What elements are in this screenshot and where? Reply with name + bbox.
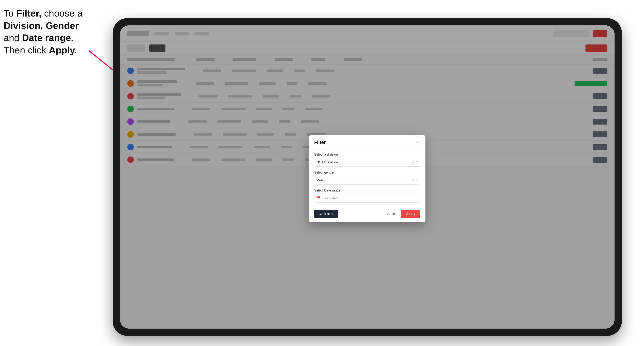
division-value: NCAA Division I — [316, 160, 412, 164]
select-controls: × ▲ ▼ — [412, 160, 418, 165]
modal-title: Filter — [314, 140, 326, 145]
date-form-group: Select Date range 📅 Pick a date — [314, 189, 420, 203]
tablet-screen: Filter × Select a division NCAA Division… — [120, 25, 614, 329]
select-arrows-gender-icon: ▲ ▼ — [416, 178, 418, 182]
modal-body: Select a division NCAA Division I × ▲ ▼ — [309, 148, 426, 207]
date-input[interactable]: 📅 Pick a date — [314, 194, 420, 203]
instruction-bold-date: Date range. — [22, 32, 74, 43]
modal-header: Filter × — [309, 135, 426, 148]
date-label: Select Date range — [314, 189, 420, 192]
clear-filter-button[interactable]: Clear filter — [314, 210, 338, 218]
select-controls-gender: × ▲ ▼ — [412, 178, 418, 182]
instruction-bold-division-gender: Division, Gender — [4, 20, 79, 31]
instruction-line1: To Filter, choose a — [4, 8, 82, 18]
division-label: Select a division — [314, 153, 420, 157]
close-icon[interactable]: × — [415, 140, 420, 145]
select-arrows-icon: ▲ ▼ — [416, 160, 418, 165]
gender-select[interactable]: Men × ▲ ▼ — [314, 176, 420, 185]
select-divider — [414, 161, 415, 164]
gender-label: Select gender — [314, 171, 420, 174]
modal-footer: Clear filter Cancel Apply — [309, 207, 426, 222]
calendar-icon: 📅 — [316, 196, 320, 200]
instruction-bold-filter: Filter, — [16, 8, 42, 18]
select-divider-gender — [414, 178, 415, 182]
tablet-frame: Filter × Select a division NCAA Division… — [113, 18, 622, 336]
filter-modal: Filter × Select a division NCAA Division… — [309, 135, 426, 222]
division-form-group: Select a division NCAA Division I × ▲ ▼ — [314, 153, 420, 167]
instruction-text: To Filter, choose a Division, Gender and… — [4, 7, 106, 56]
apply-button[interactable]: Apply — [401, 210, 420, 218]
clear-division-icon[interactable]: × — [412, 161, 413, 164]
instruction-line3: and Date range. — [4, 32, 74, 43]
date-placeholder: Pick a date — [322, 196, 338, 200]
clear-gender-icon[interactable]: × — [412, 179, 413, 182]
gender-value: Men — [316, 178, 412, 182]
footer-right-buttons: Cancel Apply — [382, 210, 420, 218]
cancel-button[interactable]: Cancel — [382, 210, 398, 218]
instruction-bold-apply: Apply. — [49, 45, 77, 55]
instruction-line4: Then click Apply. — [4, 45, 77, 55]
gender-form-group: Select gender Men × ▲ ▼ — [314, 171, 420, 185]
division-select[interactable]: NCAA Division I × ▲ ▼ — [314, 158, 420, 167]
